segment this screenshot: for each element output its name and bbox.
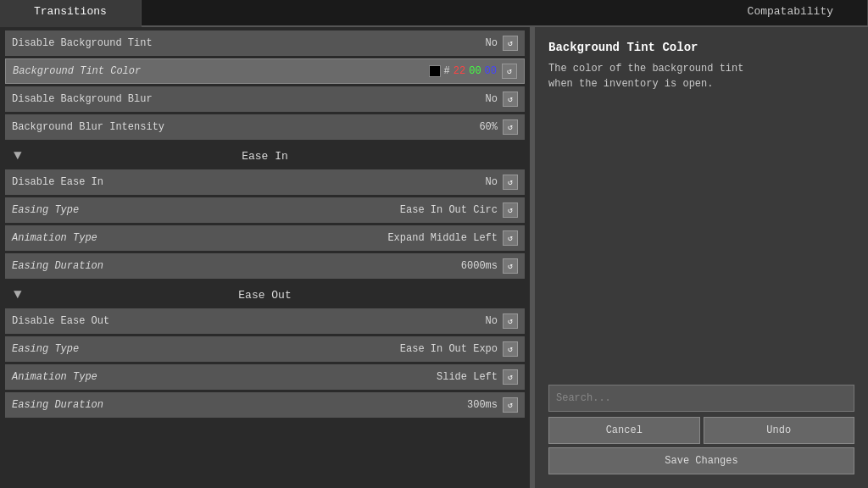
setting-value-disable-ease-out: No: [486, 315, 498, 327]
setting-row-disable-bg-tint[interactable]: Disable Background Tint No ↺: [5, 30, 525, 56]
right-panel: Background Tint Color The color of the b…: [533, 27, 868, 488]
info-desc: The color of the background tintwhen the…: [548, 61, 854, 92]
setting-value-easing-duration-out: 300ms: [467, 399, 498, 411]
setting-label-disable-bg-blur: Disable Background Blur: [12, 93, 486, 105]
main-container: Transitions Compatability Disable Backgr…: [0, 0, 868, 488]
setting-label-easing-duration-in: Easing Duration: [12, 260, 461, 272]
setting-label-animation-type-out: Animation Type: [12, 371, 437, 383]
setting-value-disable-bg-blur: No: [486, 93, 498, 105]
reset-btn-disable-ease-out[interactable]: ↺: [503, 313, 518, 329]
reset-btn-disable-ease-in[interactable]: ↺: [503, 175, 518, 190]
setting-row-easing-type-out[interactable]: Easing Type Ease In Out Expo ↺: [5, 336, 525, 362]
setting-row-easing-duration-in[interactable]: Easing Duration 6000ms ↺: [5, 253, 525, 279]
ease-in-arrow: ▼: [14, 148, 22, 164]
reset-btn-animation-type-in[interactable]: ↺: [503, 230, 518, 246]
setting-label-easing-duration-out: Easing Duration: [12, 399, 467, 411]
setting-row-disable-ease-in[interactable]: Disable Ease In No ↺: [5, 169, 525, 195]
ease-in-title: Ease In: [242, 150, 288, 163]
reset-btn-animation-type-out[interactable]: ↺: [503, 369, 518, 385]
tab-compatibility[interactable]: Compatability: [714, 0, 868, 25]
setting-label-bg-blur-intensity: Background Blur Intensity: [12, 121, 479, 133]
setting-value-animation-type-in: Expand Middle Left: [387, 232, 498, 244]
tab-transitions[interactable]: Transitions: [0, 0, 142, 27]
tab-bar: Transitions Compatability: [0, 0, 868, 27]
setting-row-easing-type-in[interactable]: Easing Type Ease In Out Circ ↺: [5, 197, 525, 223]
right-bottom: Cancel Undo Save Changes: [548, 385, 854, 474]
setting-value-easing-type-out: Ease In Out Expo: [400, 343, 498, 355]
setting-value-bg-tint-color: #220000: [429, 65, 497, 77]
ease-out-title: Ease Out: [238, 289, 291, 302]
color-swatch: [429, 65, 441, 77]
color-g: 00: [469, 65, 481, 77]
color-hash: #: [444, 65, 450, 77]
setting-row-bg-tint-color[interactable]: Background Tint Color #220000 ↺: [5, 58, 525, 84]
setting-row-disable-ease-out[interactable]: Disable Ease Out No ↺: [5, 308, 525, 334]
setting-row-bg-blur-intensity[interactable]: Background Blur Intensity 60% ↺: [5, 114, 525, 140]
setting-label-easing-type-out: Easing Type: [12, 343, 400, 355]
setting-label-animation-type-in: Animation Type: [12, 232, 387, 244]
tab-spacer: [142, 0, 714, 25]
setting-value-animation-type-out: Slide Left: [437, 371, 498, 383]
setting-label-easing-type-in: Easing Type: [12, 204, 400, 216]
left-panel: Disable Background Tint No ↺ Background …: [0, 27, 530, 488]
setting-value-disable-bg-tint: No: [486, 37, 498, 49]
reset-btn-bg-blur-intensity[interactable]: ↺: [503, 119, 518, 135]
save-changes-button[interactable]: Save Changes: [548, 447, 854, 474]
content-area: Disable Background Tint No ↺ Background …: [0, 27, 868, 488]
setting-row-easing-duration-out[interactable]: Easing Duration 300ms ↺: [5, 392, 525, 418]
setting-row-animation-type-in[interactable]: Animation Type Expand Middle Left ↺: [5, 225, 525, 251]
setting-row-disable-bg-blur[interactable]: Disable Background Blur No ↺: [5, 86, 525, 112]
reset-btn-easing-duration-in[interactable]: ↺: [503, 258, 518, 274]
info-title: Background Tint Color: [548, 41, 854, 54]
ease-out-arrow: ▼: [14, 287, 22, 302]
reset-btn-disable-bg-blur[interactable]: ↺: [503, 92, 518, 107]
color-b: 00: [485, 65, 497, 77]
ease-out-header: ▼ Ease Out: [5, 281, 525, 308]
search-input[interactable]: [548, 385, 854, 412]
reset-btn-easing-type-out[interactable]: ↺: [503, 341, 518, 357]
setting-label-bg-tint-color: Background Tint Color: [13, 65, 429, 77]
setting-value-disable-ease-in: No: [486, 176, 498, 188]
reset-btn-disable-bg-tint[interactable]: ↺: [503, 36, 518, 51]
cancel-button[interactable]: Cancel: [548, 417, 700, 444]
setting-label-disable-bg-tint: Disable Background Tint: [12, 37, 486, 49]
setting-value-easing-type-in: Ease In Out Circ: [400, 204, 498, 216]
setting-value-easing-duration-in: 6000ms: [461, 260, 498, 272]
ease-in-header: ▼ Ease In: [5, 142, 525, 169]
setting-label-disable-ease-out: Disable Ease Out: [12, 315, 486, 327]
undo-button[interactable]: Undo: [704, 417, 855, 444]
setting-label-disable-ease-in: Disable Ease In: [12, 176, 486, 188]
reset-btn-bg-tint-color[interactable]: ↺: [502, 64, 517, 79]
setting-row-animation-type-out[interactable]: Animation Type Slide Left ↺: [5, 364, 525, 390]
reset-btn-easing-type-in[interactable]: ↺: [503, 202, 518, 218]
cancel-undo-row: Cancel Undo: [548, 417, 854, 444]
setting-value-bg-blur-intensity: 60%: [479, 121, 498, 133]
color-r: 22: [453, 65, 465, 77]
reset-btn-easing-duration-out[interactable]: ↺: [503, 397, 518, 413]
